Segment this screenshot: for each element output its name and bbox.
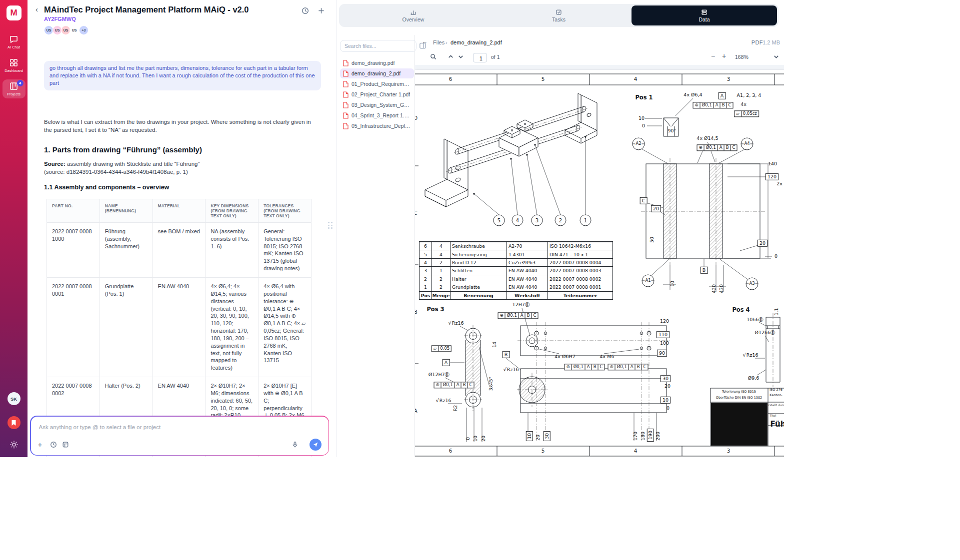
drawing-label: 5 (542, 448, 545, 454)
page-number-box (473, 53, 487, 62)
drawing-label: 1,1 (774, 308, 779, 315)
back-button[interactable]: ‹ (36, 4, 44, 14)
member-avatar: US (70, 25, 79, 35)
drawing-label: Titel (770, 414, 776, 418)
drawing-label: A1 (644, 278, 651, 283)
mic-button[interactable] (292, 440, 304, 450)
chevron-down-icon (458, 53, 464, 60)
drawing-label: A2 (635, 141, 642, 146)
drawing-label: 200 (656, 432, 660, 441)
sidebar-item-dashboard[interactable]: Dashboard (2, 56, 26, 75)
history-button[interactable] (50, 440, 62, 450)
previous-page-button[interactable] (448, 53, 454, 62)
drawing-label: D (415, 115, 418, 121)
project-title: MAindTec Project Management Platform MAi… (44, 4, 249, 14)
dashboard-icon (10, 58, 18, 67)
pdf-file-icon (343, 81, 348, 87)
drawing-label: Kanten- (770, 394, 782, 397)
breadcrumb-files[interactable]: Files (433, 39, 444, 45)
drawing-label: 4x Ø14,5 (696, 136, 718, 141)
tab-data[interactable]: Data (632, 5, 777, 25)
panel-resize-handle[interactable] (328, 222, 332, 229)
zoom-in-button[interactable]: + (722, 53, 726, 59)
file-item[interactable]: demo_drawing_2.pdf (340, 68, 414, 78)
template-button[interactable] (62, 440, 74, 450)
drawing-label: B (700, 267, 708, 274)
drawing-label: 90° (668, 128, 676, 133)
send-button[interactable] (310, 439, 322, 451)
drawing-label: 30 (544, 431, 550, 441)
drawing-label: A (718, 92, 726, 99)
source-text: assembly drawing with Stückliste and tit… (66, 161, 200, 167)
sidebar-item-projects[interactable]: 4 Projects (2, 79, 26, 98)
assistant-heading: 1. Parts from drawing “Führung” (assembl… (44, 145, 321, 154)
drawing-label: 4x Ø6,4 (684, 92, 702, 97)
drawing-label: 10 (660, 397, 670, 404)
chat-input[interactable] (38, 424, 324, 431)
file-item[interactable]: demo_drawing.pdf (340, 58, 414, 68)
page-number-input[interactable] (474, 54, 488, 63)
chat-input-container: + (30, 416, 329, 456)
project-detail-panel: Overview Tasks Data (336, 0, 784, 457)
file-type-badge: PDF (752, 39, 763, 45)
file-item[interactable]: 03_Design_System_Guideli... (340, 100, 414, 110)
pdf-file-icon (343, 123, 348, 129)
attach-button[interactable]: + (38, 440, 50, 450)
drawing-label: Rz16 (503, 367, 518, 372)
drawing-label: Rz16 (448, 320, 464, 326)
drawing-label: Oberfläche DIN EN ISO 1302 (716, 396, 762, 400)
file-name: demo_drawing.pdf (352, 60, 394, 66)
file-name: 04_Sprint_3_Report 1.pdf (352, 112, 411, 118)
drawing-label: Erstellt durch (766, 404, 784, 407)
brand-logo: M (6, 5, 22, 20)
parts-table-row: 2022 0007 0008 1000 Führung (assembly, S… (47, 222, 312, 277)
tab-tasks[interactable]: Tasks (486, 5, 632, 25)
cell-name: Führung (assembly, Sachnummer) (100, 222, 152, 277)
history-icon[interactable] (302, 7, 309, 14)
avatar-overflow-count[interactable]: +3 (79, 25, 88, 35)
new-chat-icon[interactable] (318, 7, 325, 14)
file-name: 05_Infrastructure_Deploym... (352, 123, 411, 129)
mic-icon (292, 441, 298, 448)
drawing-label: C (415, 210, 418, 216)
file-search-input[interactable] (340, 40, 416, 52)
tab-overview[interactable]: Overview (340, 5, 486, 25)
file-item[interactable]: 02_Project_Charter 1.pdf (340, 89, 414, 99)
check-square-icon (556, 9, 562, 15)
tab-label: Data (698, 16, 710, 22)
document-canvas[interactable]: 6 4 Senkschraube A2-70 ISO 10642-M6x16 5… (415, 65, 784, 457)
drawing-label: 2x (776, 181, 782, 186)
settings-button[interactable] (10, 440, 18, 451)
drawing-label: 30 (660, 375, 670, 382)
zoom-menu-button[interactable] (773, 53, 780, 62)
search-in-document-button[interactable] (430, 53, 436, 62)
column-header: NAME (BENENNUNG) (100, 199, 152, 222)
cell-name: Grundplatte (Pos. 1) (100, 277, 152, 377)
drawing-label: 6 (449, 76, 452, 82)
file-item[interactable]: 04_Sprint_3_Report 1.pdf (340, 110, 414, 120)
projects-badge: 4 (17, 80, 24, 86)
file-name: 02_Project_Charter 1.pdf (352, 91, 410, 97)
next-page-button[interactable] (458, 53, 464, 62)
drawing-label: 10 (473, 436, 478, 442)
viewer-back-button[interactable]: ← (422, 38, 428, 44)
project-code-link[interactable]: AY2FGMWQ (44, 16, 328, 22)
pdf-file-icon (343, 70, 348, 77)
drawing-label: 4 (634, 448, 638, 454)
drawing-label: 20 (664, 384, 670, 389)
drawing-label: 6 (449, 448, 452, 454)
file-item[interactable]: 05_Infrastructure_Deploym... (340, 121, 414, 131)
sidebar-item-ai-chat[interactable]: AI Chat (2, 32, 26, 51)
drawing-label: 420 (712, 284, 716, 293)
app-sidebar: M AI Chat Dashboard 4 Projects SK (0, 0, 28, 457)
zoom-out-button[interactable]: − (711, 53, 715, 59)
file-item[interactable]: 01_Product_Requirements_... (340, 79, 414, 89)
sidebar-item-label: Dashboard (4, 68, 23, 73)
drawing-label: B (502, 351, 510, 358)
drawing-label: 4x Ø6H7 (554, 354, 575, 359)
drawing-label: Ø12h6Ⓔ (754, 330, 775, 335)
drawing-label: 90 (657, 350, 667, 357)
notification-avatar[interactable] (8, 416, 20, 429)
user-avatar[interactable]: SK (8, 392, 20, 405)
drawing-label: 0 (774, 254, 778, 259)
